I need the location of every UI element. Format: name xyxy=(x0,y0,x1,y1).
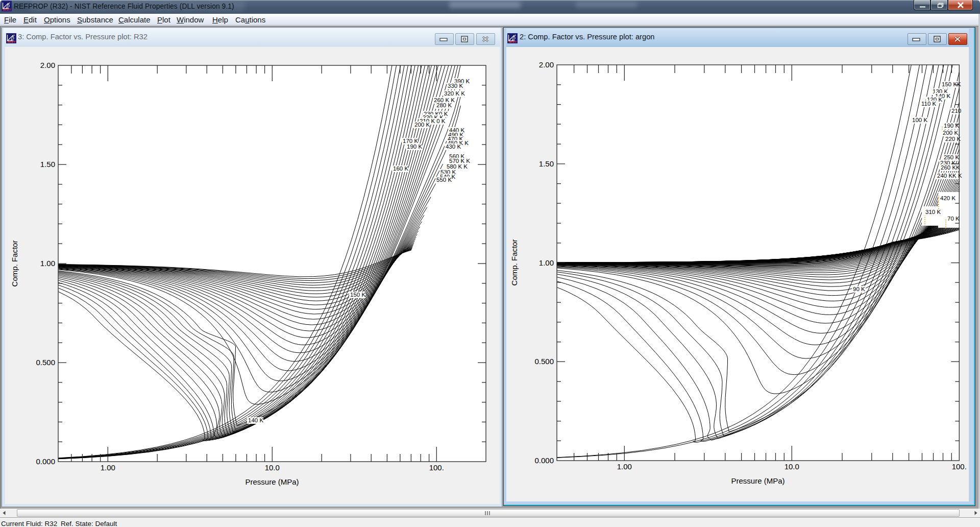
svg-text:0.000: 0.000 xyxy=(534,456,554,465)
svg-text:Pressure (MPa): Pressure (MPa) xyxy=(731,476,785,485)
svg-text:420 K: 420 K xyxy=(940,195,955,201)
svg-text:10.0: 10.0 xyxy=(785,462,799,471)
svg-text:2.00: 2.00 xyxy=(539,60,554,69)
svg-text:430 K: 430 K xyxy=(446,143,461,150)
svg-text:140 K: 140 K xyxy=(248,417,263,423)
svg-text:90 K: 90 K xyxy=(853,286,865,292)
svg-text:240 KK K: 240 KK K xyxy=(937,173,962,179)
svg-text:200 K: 200 K xyxy=(943,130,958,136)
svg-text:Pressure (MPa): Pressure (MPa) xyxy=(245,477,299,486)
svg-text:220 K: 220 K xyxy=(945,136,961,142)
svg-text:100.: 100. xyxy=(429,463,444,472)
svg-text:Comp. Factor: Comp. Factor xyxy=(10,241,19,287)
svg-text:1.50: 1.50 xyxy=(539,159,554,168)
svg-text:1.00: 1.00 xyxy=(539,258,554,267)
svg-text:1.00: 1.00 xyxy=(617,462,632,471)
svg-text:210: 210 xyxy=(951,108,961,114)
svg-text:Comp. Factor: Comp. Factor xyxy=(510,239,519,286)
svg-text:10.0: 10.0 xyxy=(265,463,280,472)
svg-text:0.000: 0.000 xyxy=(36,457,55,466)
svg-text:190 K: 190 K xyxy=(407,143,422,150)
svg-text:1.50: 1.50 xyxy=(40,160,55,169)
svg-text:110 K: 110 K xyxy=(921,101,937,107)
svg-text:100 K: 100 K xyxy=(912,117,927,123)
svg-text:1.00: 1.00 xyxy=(101,463,115,472)
svg-text:160 K: 160 K xyxy=(393,165,408,172)
svg-text:NIST: NIST xyxy=(7,40,15,43)
svg-text:150 KK: 150 KK xyxy=(942,81,961,87)
svg-text:0.500: 0.500 xyxy=(36,358,55,367)
svg-text:0.500: 0.500 xyxy=(534,357,554,366)
svg-text:330 K: 330 K xyxy=(448,83,463,89)
svg-text:1.00: 1.00 xyxy=(40,259,55,268)
svg-text:260 KK: 260 KK xyxy=(941,164,960,171)
svg-text:200 K: 200 K xyxy=(414,122,430,128)
svg-text:NIST: NIST xyxy=(508,40,517,43)
svg-text:70 K: 70 K xyxy=(947,215,960,222)
svg-text:190 K: 190 K xyxy=(944,123,959,129)
svg-text:100.: 100. xyxy=(952,462,967,471)
svg-text:320 K K: 320 K K xyxy=(444,90,465,97)
svg-text:550 K: 550 K xyxy=(436,177,452,183)
svg-text:150 K: 150 K xyxy=(350,292,365,298)
svg-text:NIST: NIST xyxy=(3,8,11,11)
svg-text:280 K: 280 K xyxy=(436,102,452,108)
svg-text:310 K: 310 K xyxy=(925,209,941,215)
svg-text:2.00: 2.00 xyxy=(40,61,55,69)
